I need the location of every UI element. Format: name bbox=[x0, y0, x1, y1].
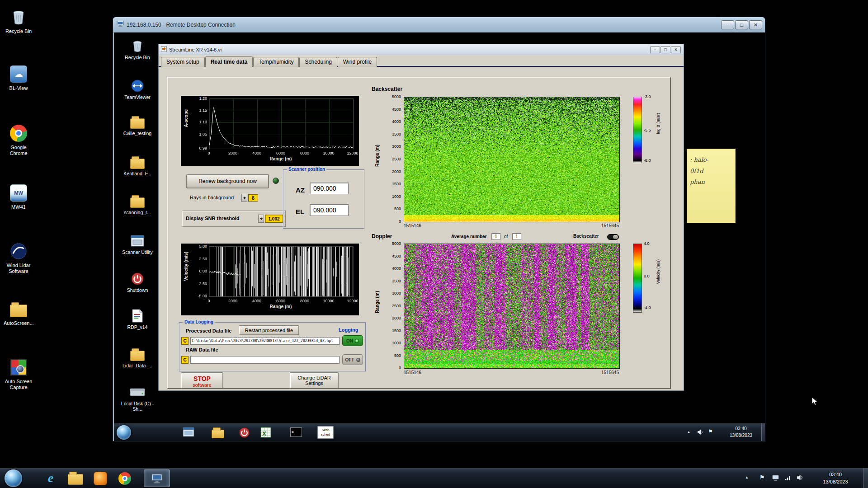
folder-icon[interactable] bbox=[212, 428, 224, 438]
rdp-taskbar-clock[interactable]: 03:40 13/08/2023 bbox=[722, 426, 760, 439]
desktop-icon-google-chrome[interactable]: Google Chrome bbox=[4, 123, 33, 156]
rdp-session-icon[interactable] bbox=[772, 475, 779, 481]
tab-scheduling[interactable]: Scheduling bbox=[299, 57, 337, 67]
chevron-up-icon[interactable]: ▲ bbox=[687, 430, 690, 433]
average-number-field[interactable]: 1 bbox=[491, 233, 500, 240]
rdp-icon-cville-testing[interactable]: Cville_testing bbox=[120, 114, 155, 136]
clock-time: 03:40 bbox=[722, 426, 760, 432]
tick-label: 2.50 bbox=[193, 257, 207, 261]
tick-label: 2000 bbox=[384, 169, 401, 174]
labview-panel: A-scope Range (m) 1.201.151.101.050.9902… bbox=[159, 68, 684, 390]
chevron-up-icon[interactable]: ▲ bbox=[745, 476, 749, 479]
spreadsheet-icon[interactable]: X bbox=[260, 427, 271, 438]
desktop-icon-wind-lidar[interactable]: Wind Lidar Software bbox=[4, 241, 33, 274]
action-center-flag-icon[interactable]: ⚑ bbox=[760, 474, 765, 480]
snr-value-field[interactable]: 1.002 bbox=[265, 215, 283, 223]
restart-processed-file-button[interactable]: Restart processed file bbox=[239, 325, 299, 335]
rdp-icon-lidar-data[interactable]: Lidar_Data_... bbox=[120, 346, 155, 369]
labview-minimize-button[interactable]: − bbox=[650, 46, 660, 53]
backscatter-y-axis-label: Range (m) bbox=[375, 145, 380, 167]
chrome-icon bbox=[4, 123, 33, 144]
backscatter-title: Backscatter bbox=[372, 86, 402, 92]
rdp-icon-local-disk-c[interactable]: Local Disk (C) - Sh... bbox=[120, 384, 155, 412]
sticky-note[interactable]: : halo- 0f1d phan bbox=[687, 149, 736, 223]
tick-label: 12000 bbox=[345, 299, 360, 303]
tab-wind-profile[interactable]: Wind profile bbox=[338, 57, 377, 67]
ascope-canvas bbox=[209, 99, 354, 149]
tick-label: 500 bbox=[384, 206, 401, 211]
tick-label: 10000 bbox=[321, 299, 336, 303]
ascope-graph: A-scope Range (m) 1.201.151.101.050.9902… bbox=[181, 96, 359, 166]
rays-value-field[interactable]: 8 bbox=[248, 194, 258, 202]
tab-system-setup[interactable]: System setup bbox=[161, 57, 205, 67]
volume-icon[interactable] bbox=[797, 474, 803, 481]
az-field[interactable]: 090.000 bbox=[310, 183, 349, 194]
desktop-icon-bl-view[interactable]: ☁ BL-View bbox=[4, 64, 33, 91]
rdp-close-button[interactable]: ✕ bbox=[749, 20, 762, 29]
stop-software-button[interactable]: STOP software bbox=[181, 372, 223, 389]
scanner-position-title: Scanner position bbox=[287, 167, 326, 172]
start-button[interactable] bbox=[5, 469, 22, 487]
show-desktop-button[interactable] bbox=[863, 468, 868, 488]
processed-drive-box[interactable]: C bbox=[181, 337, 189, 345]
desktop-icon-label: Auto Screen Capture bbox=[4, 379, 33, 390]
tick-label: 3500 bbox=[384, 132, 401, 136]
snr-stepper[interactable] bbox=[258, 215, 264, 223]
rdp-titlebar[interactable]: 192.168.0.150 - Remote Desktop Connectio… bbox=[113, 17, 765, 33]
network-icon[interactable] bbox=[785, 475, 792, 481]
processed-logging-toggle[interactable]: ON bbox=[342, 335, 363, 346]
action-center-flag-icon[interactable]: ⚑ bbox=[708, 429, 713, 434]
desktop-icon-label: Scanner Utility bbox=[120, 250, 155, 255]
tick-label: 10000 bbox=[321, 151, 336, 155]
remote-desktop: Recycle Bin TeamViewer Cville_testing Ke… bbox=[114, 33, 765, 441]
desktop-icon-recycle-bin[interactable]: Recycle Bin bbox=[4, 7, 33, 34]
rdp-icon-scanner-utility[interactable]: Scanner Utility bbox=[120, 233, 155, 255]
raw-drive-box[interactable]: C bbox=[181, 356, 189, 364]
rdp-icon-rdp-v14[interactable]: RDP_v14 bbox=[120, 308, 155, 330]
desktop-icon-autoscreen[interactable]: AutoScreen... bbox=[4, 299, 33, 326]
labview-close-button[interactable]: ✕ bbox=[671, 46, 681, 53]
backscatter-colorbar bbox=[633, 97, 642, 163]
internet-explorer-icon[interactable]: e bbox=[43, 470, 58, 486]
el-label: EL bbox=[296, 208, 304, 216]
tab-temp-humidity[interactable]: Temp/humidity bbox=[253, 57, 299, 67]
tab-real-time-data[interactable]: Real time data bbox=[205, 56, 253, 67]
rdp-start-button[interactable] bbox=[117, 425, 131, 440]
window-app-icon[interactable] bbox=[183, 427, 194, 437]
renew-background-button[interactable]: Renew background now bbox=[186, 174, 269, 188]
orange-app-icon[interactable] bbox=[94, 472, 107, 485]
backscatter-x-end: 1515645 bbox=[584, 223, 619, 228]
explorer-folder-icon[interactable] bbox=[68, 472, 83, 485]
rdp-minimize-button[interactable]: − bbox=[721, 20, 734, 29]
shutdown-icon[interactable] bbox=[239, 427, 250, 438]
volume-icon[interactable] bbox=[697, 429, 703, 435]
host-taskbar-clock[interactable]: 03:40 13/08/2023 bbox=[813, 471, 858, 486]
rdp-icon-shutdown[interactable]: Shutdown bbox=[120, 271, 155, 293]
rdp-icon-kentland[interactable]: Kentland_F... bbox=[120, 154, 155, 177]
rays-stepper[interactable] bbox=[241, 194, 247, 202]
tick-label: 6000 bbox=[274, 151, 288, 155]
el-field[interactable]: 090.000 bbox=[310, 204, 349, 216]
rdp-icon-scanning[interactable]: scanning_r... bbox=[120, 193, 155, 216]
change-lidar-settings-button[interactable]: Change LiDAR Settings bbox=[290, 372, 339, 389]
change-lidar-label: Change LiDAR bbox=[290, 375, 338, 380]
terminal-icon[interactable]: >_ bbox=[290, 427, 302, 437]
rdp-icon-teamviewer[interactable]: TeamViewer bbox=[120, 78, 155, 100]
show-desktop-button[interactable] bbox=[761, 423, 765, 441]
average-count-field[interactable]: 1 bbox=[512, 233, 521, 240]
processed-path-field[interactable]: C:\Lidar\Data\Proc\2023\202308\20230813\… bbox=[190, 337, 340, 345]
velocity-x-axis-label: Range (m) bbox=[254, 304, 308, 309]
backscatter-toggle[interactable] bbox=[607, 234, 619, 240]
raw-logging-toggle[interactable]: OFF bbox=[342, 354, 363, 365]
labview-maximize-button[interactable]: □ bbox=[660, 46, 670, 53]
desktop-icon-mw41[interactable]: MW MW41 bbox=[4, 183, 33, 210]
rdp-icon-recycle-bin[interactable]: Recycle Bin bbox=[120, 38, 155, 61]
rdp-maximize-button[interactable]: □ bbox=[735, 20, 748, 29]
scan-sched-icon[interactable]: Scan sched bbox=[317, 426, 334, 439]
chrome-icon[interactable] bbox=[118, 472, 131, 485]
rdp-taskbar-button[interactable] bbox=[144, 469, 170, 487]
labview-titlebar[interactable]: StreamLine XR v14-6.vi − □ ✕ bbox=[159, 44, 684, 55]
desktop-icon-auto-screen-capture[interactable]: Auto Screen Capture bbox=[4, 357, 33, 390]
folder-icon bbox=[120, 114, 155, 130]
raw-path-field[interactable] bbox=[190, 356, 340, 364]
